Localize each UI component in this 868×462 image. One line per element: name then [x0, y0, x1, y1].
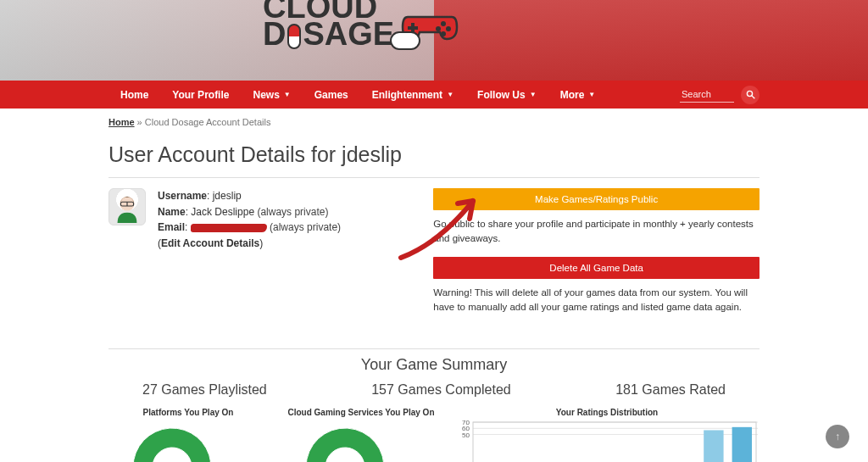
summary-title: Your Game Summary — [108, 356, 760, 374]
nav-item-more[interactable]: More▼ — [548, 81, 608, 109]
breadcrumb: Home » Cloud Dosage Account Details — [108, 117, 760, 127]
site-logo[interactable]: CLOUD DSAGE — [263, 0, 460, 49]
svg-line-7 — [751, 96, 754, 98]
breadcrumb-current: Cloud Dosage Account Details — [145, 117, 271, 127]
chart-services: Cloud Gaming Services You Play On — [281, 408, 441, 462]
nav-item-games[interactable]: Games — [303, 81, 360, 109]
svg-point-3 — [446, 26, 451, 31]
svg-point-5 — [441, 31, 446, 36]
svg-point-4 — [436, 26, 441, 31]
breadcrumb-home[interactable]: Home — [108, 117, 135, 127]
delete-note: Warning! This will delete all of your ga… — [433, 286, 760, 314]
avatar — [108, 188, 146, 225]
svg-text:70: 70 — [462, 420, 470, 426]
page-title: User Account Details for jdeslip — [108, 142, 760, 178]
edit-account-link[interactable]: Edit Account Details — [161, 237, 259, 249]
svg-rect-17 — [704, 430, 723, 462]
stat-playlisted: 27 Games Playlisted — [142, 382, 267, 398]
nav-item-home[interactable]: Home — [108, 81, 160, 109]
chart-platforms: Platforms You Play On — [108, 408, 268, 462]
chevron-down-icon: ▼ — [447, 91, 453, 98]
pill-icon — [287, 24, 301, 49]
search-button[interactable] — [741, 86, 760, 104]
scroll-to-top-button[interactable]: ↑ — [826, 425, 849, 448]
chevron-down-icon: ▼ — [588, 91, 595, 98]
svg-rect-1 — [408, 26, 418, 30]
svg-point-2 — [441, 21, 446, 26]
search-icon — [746, 90, 755, 99]
svg-rect-18 — [732, 427, 752, 462]
cloud-icon — [390, 31, 420, 50]
svg-point-6 — [747, 91, 752, 96]
nav-item-enlightenment[interactable]: Enlightenment▼ — [360, 81, 465, 109]
public-note: Go public to share your profile and part… — [433, 217, 760, 245]
chevron-down-icon: ▼ — [530, 91, 537, 98]
delete-data-button[interactable]: Delete All Game Data — [433, 257, 760, 279]
email-redacted — [191, 224, 267, 232]
header-banner: CLOUD DSAGE — [0, 0, 868, 81]
logo-dosage: DSAGE — [263, 20, 394, 49]
arrow-up-icon: ↑ — [835, 431, 840, 443]
make-public-button[interactable]: Make Games/Ratings Public — [433, 188, 760, 210]
chart-ratings: Your Ratings Distribution 506070 — [454, 408, 760, 462]
stat-rated: 181 Games Rated — [615, 382, 726, 398]
nav-item-your-profile[interactable]: Your Profile — [160, 81, 241, 109]
user-details: Username: jdeslip Name: Jack Deslippe (a… — [158, 188, 341, 326]
main-nav: HomeYour ProfileNews▼GamesEnlightenment▼… — [0, 81, 868, 109]
stat-completed: 157 Games Completed — [371, 382, 511, 398]
chevron-down-icon: ▼ — [284, 91, 291, 98]
nav-item-news[interactable]: News▼ — [241, 81, 302, 109]
nav-item-follow-us[interactable]: Follow Us▼ — [465, 81, 548, 109]
search-input[interactable] — [680, 86, 734, 103]
